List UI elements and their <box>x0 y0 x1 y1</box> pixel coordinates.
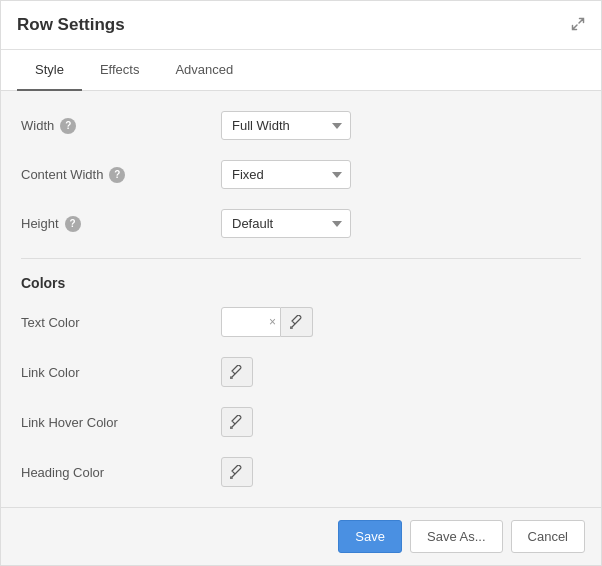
expand-icon[interactable] <box>571 17 585 34</box>
text-color-label: Text Color <box>21 315 221 330</box>
height-label: Height ? <box>21 216 221 232</box>
tab-advanced[interactable]: Advanced <box>157 50 251 91</box>
content-width-select[interactable]: Fixed Full Width <box>221 160 351 189</box>
content-width-label: Content Width ? <box>21 167 221 183</box>
width-select[interactable]: Full Width Fixed <box>221 111 351 140</box>
panel-title: Row Settings <box>17 15 125 35</box>
text-color-picker-btn[interactable] <box>281 307 313 337</box>
text-color-field: × <box>221 307 313 337</box>
width-help-icon[interactable]: ? <box>60 118 76 134</box>
link-color-label: Link Color <box>21 365 221 380</box>
panel-footer: Save Save As... Cancel <box>1 507 601 565</box>
heading-color-row: Heading Color <box>21 457 581 487</box>
height-field-row: Height ? Default Full Height Min Height <box>21 209 581 238</box>
text-color-box[interactable]: × <box>221 307 281 337</box>
content-width-field-row: Content Width ? Fixed Full Width <box>21 160 581 189</box>
content-width-control: Fixed Full Width <box>221 160 581 189</box>
text-color-row: Text Color × <box>21 307 581 337</box>
colors-section-title: Colors <box>21 275 581 291</box>
height-control: Default Full Height Min Height <box>221 209 581 238</box>
width-field-row: Width ? Full Width Fixed <box>21 111 581 140</box>
panel-content: Width ? Full Width Fixed Content Width ?… <box>1 91 601 507</box>
link-hover-color-picker-btn[interactable] <box>221 407 253 437</box>
tab-effects[interactable]: Effects <box>82 50 158 91</box>
link-color-row: Link Color <box>21 357 581 387</box>
heading-color-picker-btn[interactable] <box>221 457 253 487</box>
panel-header: Row Settings <box>1 1 601 50</box>
heading-color-control <box>221 457 581 487</box>
cancel-button[interactable]: Cancel <box>511 520 585 553</box>
content-width-help-icon[interactable]: ? <box>109 167 125 183</box>
link-hover-color-row: Link Hover Color <box>21 407 581 437</box>
save-button[interactable]: Save <box>338 520 402 553</box>
link-color-picker-btn[interactable] <box>221 357 253 387</box>
text-color-control: × <box>221 307 581 337</box>
save-as-button[interactable]: Save As... <box>410 520 503 553</box>
height-select[interactable]: Default Full Height Min Height <box>221 209 351 238</box>
colors-divider <box>21 258 581 259</box>
height-help-icon[interactable]: ? <box>65 216 81 232</box>
text-color-clear-icon[interactable]: × <box>269 315 276 329</box>
heading-color-label: Heading Color <box>21 465 221 480</box>
tab-style[interactable]: Style <box>17 50 82 91</box>
link-hover-color-label: Link Hover Color <box>21 415 221 430</box>
width-label: Width ? <box>21 118 221 134</box>
width-control: Full Width Fixed <box>221 111 581 140</box>
tabs-bar: Style Effects Advanced <box>1 50 601 91</box>
row-settings-panel: Row Settings Style Effects Advanced Widt… <box>0 0 602 566</box>
link-color-control <box>221 357 581 387</box>
link-hover-color-control <box>221 407 581 437</box>
